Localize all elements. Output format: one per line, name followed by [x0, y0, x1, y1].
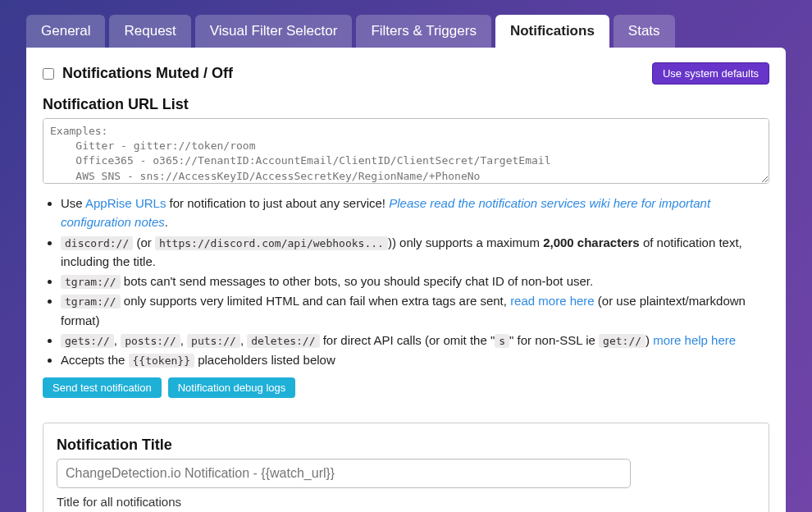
notification-title-help: Title for all notifications [57, 495, 755, 509]
tab-bar: General Request Visual Filter Selector F… [26, 15, 786, 48]
tab-general[interactable]: General [26, 15, 105, 48]
tgram-scheme-code: tgram:// [61, 275, 121, 289]
discord-scheme-code: discord:// [61, 236, 133, 250]
note-tgram-bots: tgram:// bots can't send messages to oth… [61, 272, 769, 290]
send-test-notification-button[interactable]: Send test notification [43, 377, 162, 398]
notifications-muted-label: Notifications Muted / Off [62, 65, 233, 82]
notifications-muted-toggle[interactable]: Notifications Muted / Off [43, 65, 233, 82]
notification-title-input[interactable] [57, 459, 631, 488]
tab-visual-filter-selector[interactable]: Visual Filter Selector [195, 15, 353, 48]
notification-debug-logs-button[interactable]: Notification debug logs [168, 377, 296, 398]
notification-url-list-label: Notification URL List [43, 96, 769, 113]
notification-content-box: Notification Title Title for all notific… [43, 423, 769, 512]
note-apprise: Use AppRise URLs for notification to jus… [61, 194, 769, 232]
api-more-help-link[interactable]: more help here [653, 333, 736, 347]
tab-filters-triggers[interactable]: Filters & Triggers [356, 15, 490, 48]
note-tgram-html: tgram:// only supports very limited HTML… [61, 291, 769, 330]
note-tokens: Accepts the {{token}} placeholders liste… [61, 350, 769, 369]
notifications-panel: Notifications Muted / Off Use system def… [26, 48, 786, 512]
notification-title-label: Notification Title [57, 437, 755, 454]
notifications-muted-checkbox[interactable] [43, 68, 54, 80]
notification-notes-list: Use AppRise URLs for notification to jus… [43, 194, 769, 369]
note-discord: discord:// (or https://discord.com/api/w… [61, 233, 769, 272]
tab-notifications[interactable]: Notifications [495, 15, 609, 48]
note-api-schemes: gets://, posts://, puts://, deletes:// f… [61, 331, 769, 350]
tgram-scheme-code-2: tgram:// [61, 295, 121, 309]
notification-url-list-textarea[interactable] [43, 118, 769, 184]
apprise-urls-link[interactable]: AppRise URLs [85, 196, 166, 210]
token-placeholder-code: {{token}} [129, 354, 194, 368]
tab-stats[interactable]: Stats [614, 15, 675, 48]
use-system-defaults-button[interactable]: Use system defaults [652, 62, 769, 85]
tgram-read-more-link[interactable]: read more here [510, 294, 595, 308]
tab-request[interactable]: Request [109, 15, 190, 48]
discord-webhook-code: https://discord.com/api/webhooks... [155, 236, 388, 250]
